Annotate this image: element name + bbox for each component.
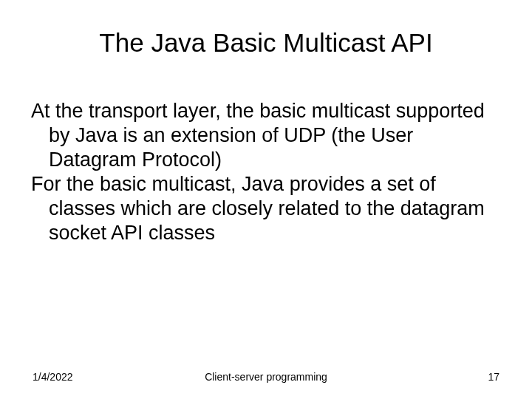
slide-title: The Java Basic Multicast API	[31, 28, 501, 58]
footer-date: 1/4/2022	[33, 371, 188, 383]
body-paragraph: For the basic multicast, Java provides a…	[31, 172, 501, 245]
body-paragraph: At the transport layer, the basic multic…	[31, 99, 501, 172]
footer-topic: Client-server programming	[188, 371, 344, 383]
slide-container: The Java Basic Multicast API At the tran…	[0, 0, 532, 399]
slide-footer: 1/4/2022 Client-server programming 17	[31, 371, 501, 383]
footer-page-number: 17	[344, 371, 499, 383]
slide-content: At the transport layer, the basic multic…	[31, 99, 501, 371]
